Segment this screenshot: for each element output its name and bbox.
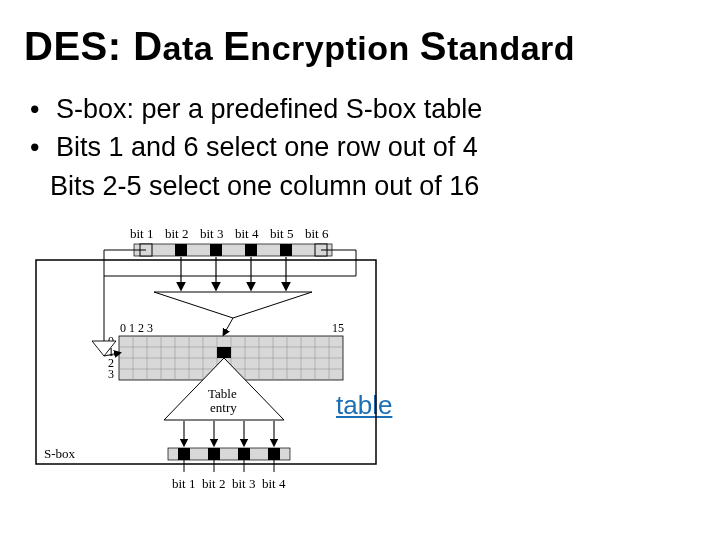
entry-label-l1: Table <box>208 386 237 401</box>
bit-label: bit 4 <box>262 476 286 491</box>
bit-label: bit 3 <box>232 476 255 491</box>
bullet-item: Bits 1 and 6 select one row out of 4 <box>30 129 696 165</box>
svg-rect-1 <box>134 244 332 256</box>
bit-label: bit 6 <box>305 226 329 241</box>
title-p1: DES: D <box>24 24 163 68</box>
svg-line-33 <box>224 318 233 334</box>
col-first-label: 0 1 2 3 <box>120 321 153 335</box>
sbox-caption: S-box <box>44 446 76 461</box>
title-p2: ata <box>163 29 224 67</box>
slide-title: DES: Data Encryption Standard <box>24 24 696 69</box>
bit-label: bit 2 <box>165 226 188 241</box>
bullet-list: S-box: per a predefined S-box table Bits… <box>30 91 696 166</box>
bullet-item: S-box: per a predefined S-box table <box>30 91 696 127</box>
title-p6: tandard <box>447 29 575 67</box>
title-p4: ncryption <box>250 29 419 67</box>
sbox-diagram: bit 1 bit 2 bit 3 bit 4 bit 5 bit 6 <box>34 226 379 504</box>
bit-label: bit 1 <box>172 476 195 491</box>
svg-rect-31 <box>217 347 231 358</box>
title-p5: S <box>420 24 447 68</box>
bit-label: bit 5 <box>270 226 293 241</box>
row-label: 3 <box>108 367 114 381</box>
bullet-subline: Bits 2-5 select one column out of 16 <box>24 168 696 204</box>
title-p3: E <box>223 24 250 68</box>
bit-label: bit 3 <box>200 226 223 241</box>
bit-label: bit 4 <box>235 226 259 241</box>
svg-rect-40 <box>208 448 220 460</box>
bit-label: bit 2 <box>202 476 225 491</box>
svg-rect-3 <box>175 244 187 256</box>
svg-rect-42 <box>268 448 280 460</box>
svg-rect-41 <box>238 448 250 460</box>
svg-rect-39 <box>178 448 190 460</box>
svg-rect-5 <box>245 244 257 256</box>
bit-label: bit 1 <box>130 226 153 241</box>
svg-rect-6 <box>280 244 292 256</box>
col-last-label: 15 <box>332 321 344 335</box>
entry-label-l2: entry <box>210 400 237 415</box>
svg-rect-4 <box>210 244 222 256</box>
slide: DES: Data Encryption Standard S-box: per… <box>0 0 720 540</box>
